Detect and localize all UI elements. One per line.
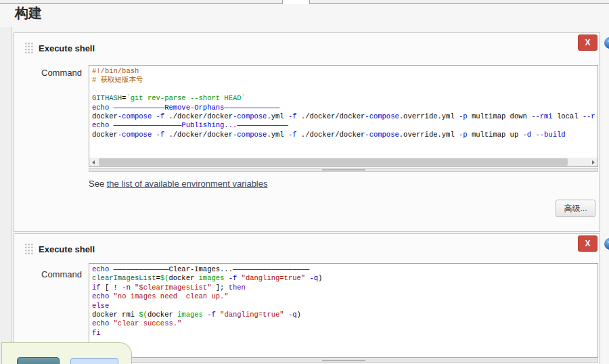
delete-step-button[interactable]: X <box>578 235 597 252</box>
command-editor[interactable]: echo —————————————Clear-Images...———————… <box>89 263 598 358</box>
apply-button[interactable] <box>70 358 118 364</box>
resize-grip-icon <box>322 169 365 170</box>
editor-resize-handle[interactable] <box>89 168 598 172</box>
top-tab-gap <box>284 0 309 4</box>
help-icon[interactable]: ? <box>604 37 609 49</box>
save-button[interactable] <box>17 357 60 364</box>
scrollbar-thumb[interactable] <box>99 158 568 166</box>
build-step-title: Execute shell <box>39 43 95 53</box>
env-note-prefix: See <box>89 179 107 189</box>
top-tab-strip-right[interactable] <box>309 0 609 4</box>
editor-resize-handle[interactable] <box>89 359 598 363</box>
scroll-right-icon[interactable] <box>589 158 597 166</box>
top-tab-strip-left[interactable] <box>0 0 283 4</box>
env-variables-link[interactable]: the list of available environment variab… <box>107 179 268 189</box>
command-label: Command <box>41 269 82 279</box>
delete-step-button[interactable]: X <box>578 35 597 51</box>
drag-handle-icon[interactable] <box>24 42 34 53</box>
advanced-button[interactable]: 高级... <box>556 200 595 217</box>
command-label: Command <box>41 68 82 78</box>
drag-handle-icon[interactable] <box>24 243 34 254</box>
env-variables-note: See the list of available environment va… <box>89 179 268 189</box>
build-step-title: Execute shell <box>39 244 95 254</box>
page-title: 构建 <box>15 4 42 22</box>
build-step-1: Execute shell X Command #!/bin/bash# 获取短… <box>14 32 600 232</box>
shell-script-text[interactable]: #!/bin/bash# 获取短版本号 GITHASH=`git rev-par… <box>92 67 597 157</box>
left-margin-rail <box>0 27 12 364</box>
horizontal-scrollbar[interactable] <box>89 158 597 166</box>
command-editor[interactable]: #!/bin/bash# 获取短版本号 GITHASH=`git rev-par… <box>89 65 598 167</box>
scroll-left-icon[interactable] <box>89 158 98 166</box>
shell-script-text[interactable]: echo —————————————Clear-Images...———————… <box>92 265 597 356</box>
help-icon[interactable]: ? <box>604 238 609 250</box>
resize-grip-icon <box>322 360 365 361</box>
